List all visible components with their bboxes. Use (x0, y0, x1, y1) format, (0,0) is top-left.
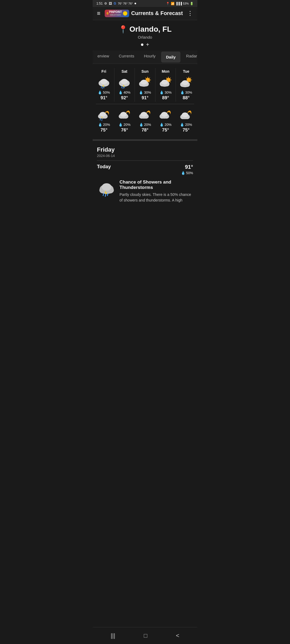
night-col-fri: 💧 20% 75° (94, 106, 114, 134)
app-bar-title: Currents & Forecast (131, 10, 183, 16)
svg-line-76 (107, 193, 108, 196)
tab-hourly[interactable]: Hourly (139, 50, 160, 64)
svg-line-6 (103, 87, 103, 89)
high-sat: 92° (121, 95, 128, 101)
night-icon-mon (158, 108, 173, 121)
nav-back-button[interactable]: ||| (105, 631, 121, 640)
svg-line-29 (170, 81, 171, 82)
image-icon: 🖼 (109, 2, 112, 5)
forecast-body-text: Partly cloudy skies. There is a 50% chan… (119, 192, 193, 203)
night-col-mon: 💧 20% 75° (155, 106, 176, 134)
night-precip-fri: 💧 20% (98, 123, 110, 127)
status-right: 📍 📶 ▐▐▐ 53% 🔋 (166, 2, 194, 5)
more-menu-button[interactable]: ⋮ (187, 10, 193, 17)
night-precip-sat: 💧 20% (118, 123, 130, 127)
forecast-description: Chance of Showers and Thunderstorms (119, 180, 193, 190)
add-location-button[interactable]: + (146, 42, 149, 48)
location-section: 📍 Orlando, FL Orlando + (93, 20, 197, 50)
forecast-temp-area: 91° 💧 50% (181, 164, 193, 176)
high-mon: 89° (162, 95, 169, 101)
night-precip-tue: 💧 20% (180, 123, 192, 127)
google-icon: G (114, 2, 116, 5)
svg-point-64 (161, 112, 168, 117)
night-col-sat: 💧 20% 76° (114, 106, 135, 134)
svg-line-19 (149, 81, 150, 82)
day-col-mon[interactable]: Mon 💧 (155, 68, 176, 102)
nav-home-button[interactable]: □ (138, 631, 153, 640)
app-bar: ≡ 6 PINPOINT WEATHER Currents & Forecast… (93, 7, 197, 20)
weather-icon-sat (117, 76, 132, 89)
svg-line-51 (100, 119, 100, 120)
night-col-sun: 💧 20% 78° (135, 106, 155, 134)
day-col-sat[interactable]: Sat 💧 40% 92° (114, 68, 135, 102)
night-icon-tue (179, 108, 194, 121)
signal-icon: ▐▐▐ (176, 2, 182, 5)
night-precip-mon: 💧 20% (160, 123, 172, 127)
low-tue: 75° (183, 127, 190, 133)
precip-mon: 💧 30% (160, 90, 172, 94)
logo-circle (123, 11, 127, 16)
night-icon-sun (137, 108, 153, 121)
day-label-sat: Sat (121, 69, 127, 74)
svg-point-45 (182, 80, 188, 85)
day-label-sun: Sun (142, 69, 148, 74)
svg-point-3 (100, 79, 107, 84)
location-dots: + (97, 42, 193, 48)
day-col-fri[interactable]: Fri 💧 50% 91° (94, 68, 114, 102)
night-col-tue: 💧 20% 75° (176, 106, 196, 134)
nav-prev-button[interactable]: < (171, 631, 185, 640)
logo-text: PINPOINT WEATHER (109, 10, 122, 16)
svg-line-39 (190, 81, 191, 82)
status-bar: 1:51 ⚙ 🖼 G 76° 76° 76° 📍 📶 ▐▐▐ 53% 🔋 (93, 0, 197, 7)
day-night-divider (96, 104, 194, 104)
night-precip-sun: 💧 20% (139, 123, 151, 127)
low-sat: 76° (121, 127, 128, 133)
precip-sun: 💧 30% (139, 90, 151, 94)
forecast-detail: Friday 2024-06-14 Today 91° 💧 50% (93, 142, 197, 207)
forecast-today-label: Today (97, 164, 111, 170)
svg-point-49 (100, 112, 106, 117)
weather-icon-mon (158, 76, 173, 89)
day-label-fri: Fri (102, 69, 106, 74)
section-divider (93, 139, 197, 141)
svg-line-28 (170, 78, 171, 78)
weather-icon-tue (179, 76, 194, 89)
svg-point-56 (120, 112, 127, 117)
settings-icon: ⚙ (104, 2, 107, 5)
svg-line-7 (104, 86, 104, 88)
weather-icon-fri (96, 76, 111, 89)
svg-point-72 (102, 183, 111, 191)
tab-currents[interactable]: Currents (114, 50, 139, 64)
svg-line-20 (146, 78, 146, 78)
tab-radar[interactable]: Radar (181, 50, 197, 64)
svg-point-25 (141, 80, 147, 85)
svg-line-74 (103, 193, 104, 196)
svg-point-60 (141, 112, 147, 117)
day-col-sun[interactable]: Sun (135, 68, 155, 102)
location-icon: 📍 (166, 2, 170, 5)
svg-point-35 (161, 80, 168, 85)
svg-line-14 (123, 87, 123, 89)
battery-icon: 🔋 (190, 2, 194, 5)
tab-bar: erview Currents Hourly Daily Radar › (93, 50, 197, 64)
svg-line-52 (102, 119, 102, 121)
location-name: 📍 Orlando, FL (97, 25, 193, 34)
precip-fri: 💧 50% (98, 90, 110, 94)
day-label-mon: Mon (162, 69, 169, 74)
wifi-icon: 📶 (171, 2, 175, 5)
night-icon-sat (117, 108, 132, 121)
forecast-precip: 💧 50% (181, 171, 193, 175)
day-col-tue[interactable]: Tue 💧 (176, 68, 196, 102)
night-row: 💧 20% 75° 💧 20% 76° (94, 105, 196, 135)
svg-line-18 (149, 78, 150, 78)
forecast-day-title: Friday (97, 146, 193, 153)
svg-line-40 (187, 78, 187, 78)
location-dot-active[interactable] (141, 43, 143, 46)
low-fri: 75° (100, 127, 107, 133)
tab-overview[interactable]: erview (93, 50, 114, 64)
svg-point-68 (182, 112, 188, 117)
svg-line-15 (124, 86, 125, 88)
hamburger-menu[interactable]: ≡ (97, 10, 100, 17)
low-mon: 75° (162, 127, 169, 133)
tab-daily[interactable]: Daily (161, 52, 180, 63)
